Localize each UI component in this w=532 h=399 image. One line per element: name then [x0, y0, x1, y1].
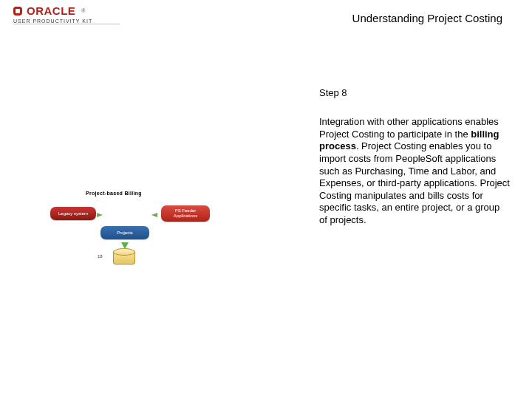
- step-label: Step 8: [319, 87, 510, 98]
- diagram-box-legacy: Legacy system: [50, 207, 96, 220]
- database-icon: [113, 251, 135, 265]
- arrow-left-icon: [151, 213, 157, 217]
- diagram-box-feeder: PS Feeder Applications: [161, 205, 210, 222]
- header-divider: [13, 24, 120, 24]
- body-post-bold: . Project Costing enables you to import …: [319, 140, 510, 225]
- diagram-box-projects: Projects: [100, 226, 149, 239]
- diagram-project-billing: Project-based Billing Legacy system PS F…: [50, 191, 228, 279]
- diagram-db-label: 18: [98, 254, 103, 259]
- oracle-o-icon: [13, 7, 22, 16]
- oracle-wordmark: ORACLE: [27, 4, 75, 17]
- oracle-logo-block: ORACLE ® USER PRODUCTIVITY KIT: [13, 4, 109, 24]
- trademark-symbol: ®: [81, 8, 85, 13]
- body-paragraph: Integration with other applications enab…: [319, 116, 510, 227]
- arrow-right-icon: [97, 213, 103, 217]
- diagram-title: Project-based Billing: [86, 191, 142, 196]
- page-title: Understanding Project Costing: [352, 12, 502, 24]
- brand-subline: USER PRODUCTIVITY KIT: [13, 18, 109, 24]
